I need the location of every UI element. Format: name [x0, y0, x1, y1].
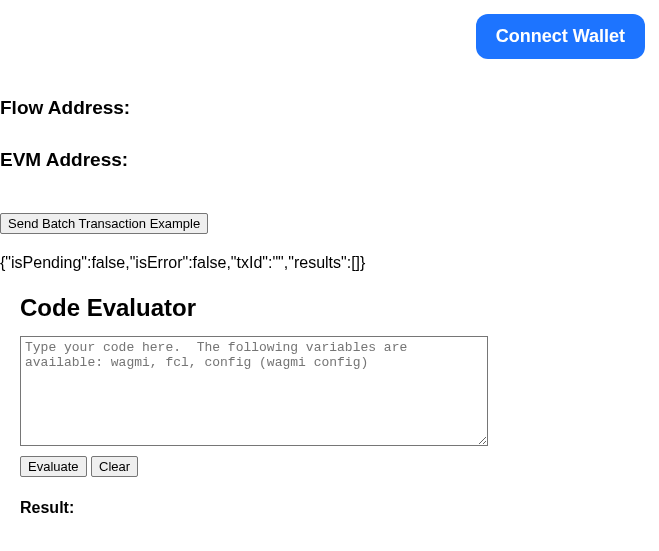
batch-status-json: {"isPending":false,"isError":false,"txId… — [0, 254, 659, 272]
result-label: Result: — [20, 499, 639, 517]
code-input[interactable] — [20, 336, 488, 446]
code-evaluator-heading: Code Evaluator — [20, 294, 639, 322]
clear-button[interactable]: Clear — [91, 456, 138, 477]
evaluate-button[interactable]: Evaluate — [20, 456, 87, 477]
send-batch-transaction-button[interactable]: Send Batch Transaction Example — [0, 213, 208, 234]
flow-address-label: Flow Address: — [0, 97, 659, 119]
connect-wallet-button[interactable]: Connect Wallet — [476, 14, 645, 59]
evm-address-label: EVM Address: — [0, 149, 659, 171]
